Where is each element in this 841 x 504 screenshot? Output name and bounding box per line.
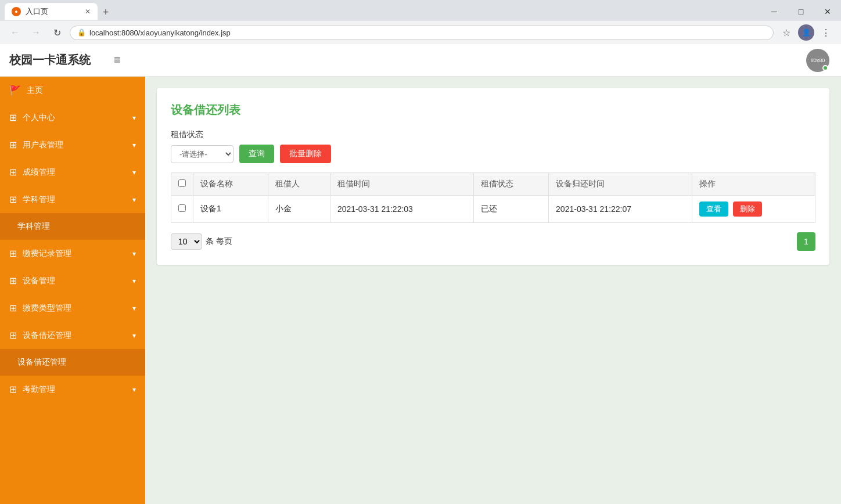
sidebar-label-user: 用户表管理 [23,140,63,150]
row-borrower: 小金 [268,196,330,223]
query-btn[interactable]: 查询 [239,145,274,163]
sidebar-item-device-mgmt[interactable]: ⊞ 设备管理 ▾ [0,267,145,294]
sidebar-item-attendance[interactable]: ⊞ 考勤管理 ▾ [0,376,145,403]
hamburger-btn[interactable]: ≡ [114,53,121,67]
flag-icon: 🚩 [9,85,21,96]
grid-icon-score: ⊞ [9,167,17,178]
per-page-label: 条 每页 [206,236,232,247]
status-select[interactable]: -请选择- 已还 未还 [171,145,233,163]
chevron-down-icon-8: ▾ [132,332,136,340]
bookmark-btn[interactable]: ☆ [778,24,795,41]
browser-titlebar: ● 入口页 ✕ + ─ □ ✕ [0,0,841,21]
th-checkbox [171,173,193,196]
chevron-down-icon-4: ▾ [132,196,136,204]
sidebar-label-borrow-sub: 设备借还管理 [17,357,66,368]
select-all-checkbox[interactable] [178,179,186,187]
per-page-select[interactable]: 10 20 50 [171,233,202,250]
delete-btn-0[interactable]: 删除 [733,201,762,217]
sidebar: 🚩 主页 ⊞ 个人中心 ▾ ⊞ 用户表管理 ▾ ⊞ 成绩管理 ▾ ⊞ 学科管理 … [0,77,145,504]
sidebar-item-user-mgmt[interactable]: ⊞ 用户表管理 ▾ [0,131,145,159]
sidebar-label-device: 设备管理 [23,276,55,286]
grid-icon-borrow: ⊞ [9,330,17,341]
grid-icon-user: ⊞ [9,139,17,150]
sidebar-label-fee: 缴费记录管理 [23,249,71,259]
sidebar-label-personal: 个人中心 [23,113,55,123]
filter-area: 租借状态 -请选择- 已还 未还 查询 批量删除 [171,129,815,163]
grid-icon-subject: ⊞ [9,194,17,205]
new-tab-btn[interactable]: + [98,4,114,20]
window-controls: ─ □ ✕ [761,2,841,21]
table-header: 设备名称 租借人 租借时间 租借状态 设备归还时间 [171,173,815,196]
table-row: 设备1 小金 2021-03-31 21:22:03 已还 2021-03-31… [171,196,815,223]
content-card: 设备借还列表 租借状态 -请选择- 已还 未还 查询 批量删除 [157,88,829,265]
grid-icon-attendance: ⊞ [9,384,17,395]
sidebar-item-personal[interactable]: ⊞ 个人中心 ▾ [0,104,145,131]
pagination-row: 10 20 50 条 每页 1 [171,232,815,251]
row-borrow-time: 2021-03-31 21:22:03 [330,196,473,223]
address-bar[interactable]: 🔒 localhost:8080/xiaoyuanyikatong/index.… [70,26,774,40]
sidebar-label-subject-sub: 学科管理 [17,221,50,232]
grid-icon-feetype: ⊞ [9,303,17,314]
browser-toolbar: ← → ↻ 🔒 localhost:8080/xiaoyuanyikatong/… [0,21,841,44]
chevron-down-icon-6: ▾ [132,277,136,285]
chevron-down-icon-2: ▾ [132,141,136,149]
minimize-btn[interactable]: ─ [761,2,788,21]
tab-title: 入口页 [26,6,48,17]
app-header: 校园一卡通系统 ≡ 80x80 [0,44,841,77]
back-btn[interactable]: ← [7,24,23,41]
row-return-time: 2021-03-31 21:22:07 [549,196,692,223]
sidebar-label-score: 成绩管理 [23,167,55,178]
sidebar-item-subject[interactable]: ⊞ 学科管理 ▾ [0,186,145,213]
row-device-name: 设备1 [193,196,268,223]
app-title: 校园一卡通系统 [9,52,91,68]
th-action: 操作 [692,173,815,196]
user-avatar[interactable]: 80x80 [806,49,829,72]
tab-bar: ● 入口页 ✕ + [0,3,761,20]
sidebar-label-home: 主页 [27,85,43,96]
per-page-area: 10 20 50 条 每页 [171,233,232,250]
sidebar-label-borrow: 设备借还管理 [23,330,71,341]
grid-icon-personal: ⊞ [9,112,17,123]
forward-btn[interactable]: → [28,24,44,41]
chevron-down-icon-5: ▾ [132,250,136,258]
page-1-btn[interactable]: 1 [797,232,815,251]
sidebar-item-score[interactable]: ⊞ 成绩管理 ▾ [0,159,145,186]
maximize-btn[interactable]: □ [788,2,814,21]
th-return-time: 设备归还时间 [549,173,692,196]
sidebar-item-fee-type[interactable]: ⊞ 缴费类型管理 ▾ [0,294,145,322]
batch-delete-btn[interactable]: 批量删除 [280,145,331,163]
refresh-btn[interactable]: ↻ [49,24,65,41]
main-content: 设备借还列表 租借状态 -请选择- 已还 未还 查询 批量删除 [145,77,841,504]
active-tab[interactable]: ● 入口页 ✕ [5,3,98,20]
more-btn[interactable]: ⋮ [818,24,834,41]
sidebar-item-fee-record[interactable]: ⊞ 缴费记录管理 ▾ [0,240,145,267]
row-actions: 查看 删除 [692,196,815,223]
sidebar-label-feetype: 缴费类型管理 [23,303,71,314]
chevron-down-icon: ▾ [132,114,136,122]
sidebar-item-subject-sub[interactable]: 学科管理 [0,213,145,240]
chevron-down-icon-9: ▾ [132,386,136,394]
tab-close-btn[interactable]: ✕ [85,8,91,16]
url-text: localhost:8080/xiaoyuanyikatong/index.js… [89,28,231,37]
browser-user-avatar[interactable]: 👤 [798,24,814,41]
th-status: 租借状态 [473,173,548,196]
close-btn[interactable]: ✕ [814,2,841,21]
row-status: 已还 [473,196,548,223]
table-body: 设备1 小金 2021-03-31 21:22:03 已还 2021-03-31… [171,196,815,223]
sidebar-item-device-borrow-sub[interactable]: 设备借还管理 [0,349,145,376]
data-table: 设备名称 租借人 租借时间 租借状态 设备归还时间 [171,172,815,223]
th-borrow-time: 租借时间 [330,173,473,196]
card-title: 设备借还列表 [171,102,815,118]
chevron-down-icon-7: ▾ [132,304,136,312]
sidebar-item-home[interactable]: 🚩 主页 [0,77,145,104]
pagination-numbers: 1 [797,232,815,251]
filter-label: 租借状态 [171,129,815,140]
view-btn-0[interactable]: 查看 [699,201,728,217]
grid-icon-fee: ⊞ [9,248,17,259]
row-checkbox-0[interactable] [178,204,186,212]
th-device-name: 设备名称 [193,173,268,196]
lock-icon: 🔒 [77,28,86,37]
sidebar-item-device-borrow[interactable]: ⊞ 设备借还管理 ▾ [0,322,145,349]
tab-favicon: ● [12,7,21,16]
chevron-down-icon-3: ▾ [132,168,136,177]
